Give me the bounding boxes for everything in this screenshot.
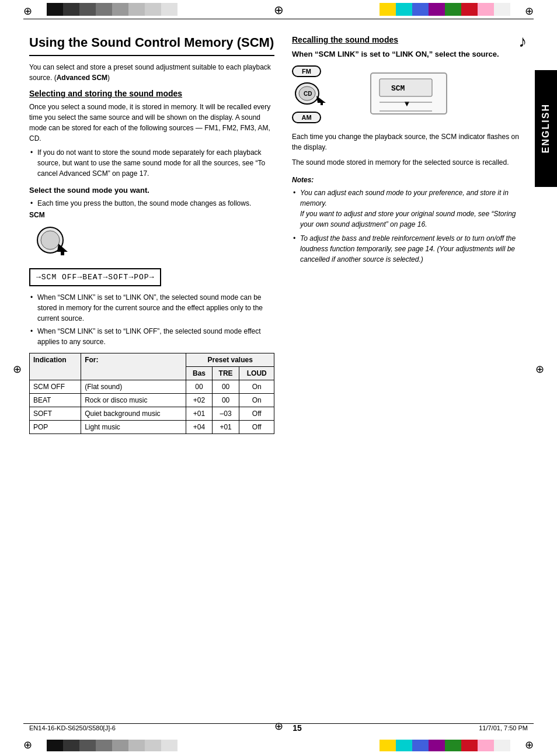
bcb-1 xyxy=(47,740,63,751)
am-button-row: AM xyxy=(292,112,333,123)
cd-button-container: CD xyxy=(292,81,333,108)
note-1-text: You can adjust each sound mode to your p… xyxy=(300,189,516,228)
table-header-loud: LOUD xyxy=(239,367,274,380)
reg-mark-right: ⊕ xyxy=(535,363,544,376)
english-sidebar: ENGLISH xyxy=(535,70,557,187)
table-header-tre: TRE xyxy=(212,367,239,380)
cb-8 xyxy=(161,3,177,16)
bcb-4 xyxy=(96,740,112,751)
cell-bas-4: +04 xyxy=(186,421,212,434)
cb-3 xyxy=(79,3,96,16)
table-row-pop: POP Light music +04 +01 Off xyxy=(30,421,274,434)
cell-indication-3: SOFT xyxy=(30,407,81,421)
cb-7 xyxy=(145,3,161,16)
intro-end: ) xyxy=(107,74,110,82)
svg-text:▼: ▼ xyxy=(403,99,411,108)
table-header-preset: Preset values xyxy=(186,353,274,367)
cell-for-3: Quiet background music xyxy=(81,407,186,421)
sub-heading: Select the sound mode you want. xyxy=(29,186,274,195)
cb-2 xyxy=(63,3,79,16)
cb-r4 xyxy=(429,3,445,16)
color-bar-right xyxy=(380,3,510,16)
note-1: You can adjust each sound mode to your p… xyxy=(292,188,528,230)
link-off-note: When “SCM LINK” is set to “LINK OFF”, th… xyxy=(29,326,274,347)
bcb-r4 xyxy=(429,740,445,751)
fm-button: FM xyxy=(292,65,321,77)
cell-loud-3: Off xyxy=(239,407,274,421)
preset-table: Indication For: Preset values Bas TRE LO… xyxy=(29,353,274,434)
left-column: Using the Sound Control Memory (SCM) You… xyxy=(29,35,286,709)
top-line xyxy=(23,19,534,19)
right-para-1: Each time you change the playback source… xyxy=(292,131,528,152)
svg-text:CD: CD xyxy=(304,91,312,97)
print-date: 11/7/01, 7:50 PM xyxy=(479,724,528,731)
right-section-heading: Recalling the sound modes xyxy=(292,35,528,44)
table-row-beat: BEAT Rock or disco music +02 00 On xyxy=(30,394,274,407)
bcb-r5 xyxy=(445,740,461,751)
cell-tre-4: +01 xyxy=(212,421,239,434)
bottom-color-bar-left xyxy=(47,740,177,751)
cb-r3 xyxy=(412,3,429,16)
main-content: Using the Sound Control Memory (SCM) You… xyxy=(29,35,528,709)
bcb-3 xyxy=(79,740,96,751)
table-row-scmoff: SCM OFF (Flat sound) 00 00 On xyxy=(30,380,274,394)
bcb-5 xyxy=(112,740,128,751)
color-bar-left xyxy=(47,3,177,16)
note-2-text: To adjust the bass and treble reinforcem… xyxy=(300,234,516,263)
section1-para: Once you select a sound mode, it is stor… xyxy=(29,102,274,144)
cb-r1 xyxy=(380,3,396,16)
bottom-color-bar-right xyxy=(380,740,510,751)
cell-indication-4: POP xyxy=(30,421,81,434)
cell-loud-1: On xyxy=(239,380,274,394)
cell-bas-3: +01 xyxy=(186,407,212,421)
scm-display-svg: SCM ▼ xyxy=(368,70,450,117)
cb-5 xyxy=(112,3,128,16)
english-label: ENGLISH xyxy=(541,103,551,153)
table-header-for: For: xyxy=(81,353,186,380)
cell-bas-1: 00 xyxy=(186,380,212,394)
page-number-center: 15 xyxy=(293,723,302,733)
source-buttons-group: FM CD xyxy=(292,65,333,123)
bcb-r3 xyxy=(412,740,429,751)
crosshair-top: ⊕ xyxy=(274,3,284,17)
cb-r5 xyxy=(445,3,461,16)
reg-mark-bottom-left: ⊕ xyxy=(23,738,32,751)
intro-bold: Advanced SCM xyxy=(57,74,107,82)
svg-point-1 xyxy=(41,231,60,249)
note-2: To adjust the bass and treble reinforcem… xyxy=(292,233,528,265)
table-header-indication: Indication xyxy=(30,353,81,380)
scm-sequence: →SCM OFF→BEAT→SOFT→POP→ xyxy=(29,268,161,286)
bullet-item-1: If you do not want to store the sound mo… xyxy=(29,147,274,179)
right-column: Recalling the sound modes When “SCM LINK… xyxy=(286,35,528,709)
cb-r7 xyxy=(478,3,494,16)
cell-tre-3: –03 xyxy=(212,407,239,421)
section1-heading: Selecting and storing the sound modes xyxy=(29,89,274,98)
cell-bas-2: +02 xyxy=(186,394,212,407)
cell-indication-2: BEAT xyxy=(30,394,81,407)
bcb-6 xyxy=(128,740,145,751)
cell-tre-1: 00 xyxy=(212,380,239,394)
cell-indication-1: SCM OFF xyxy=(30,380,81,394)
cell-for-4: Light music xyxy=(81,421,186,434)
scm-device-display: SCM ▼ xyxy=(368,70,450,119)
link-on-note: When “SCM LINK” is set to “LINK ON”, the… xyxy=(29,292,274,324)
cb-1 xyxy=(47,3,63,16)
cell-tre-2: 00 xyxy=(212,394,239,407)
svg-rect-6 xyxy=(380,79,432,96)
fm-button-row: FM xyxy=(292,65,333,77)
reg-mark-top-left: ⊕ xyxy=(23,5,32,18)
reg-mark-bottom-right: ⊕ xyxy=(525,738,534,751)
cd-button-row: CD xyxy=(292,81,333,108)
document-id: EN14-16-KD-S6250/S580[J]-6 xyxy=(29,724,116,731)
bcb-7 xyxy=(145,740,161,751)
scm-label: SCM xyxy=(29,211,274,219)
bcb-r7 xyxy=(478,740,494,751)
cb-6 xyxy=(128,3,145,16)
cb-r2 xyxy=(396,3,412,16)
bcb-8 xyxy=(161,740,177,751)
reg-mark-top-right: ⊕ xyxy=(525,5,534,18)
bcb-r2 xyxy=(396,740,412,751)
source-illustration: FM CD xyxy=(292,65,528,123)
intro-paragraph: You can select and store a preset sound … xyxy=(29,62,274,83)
cell-loud-4: Off xyxy=(239,421,274,434)
